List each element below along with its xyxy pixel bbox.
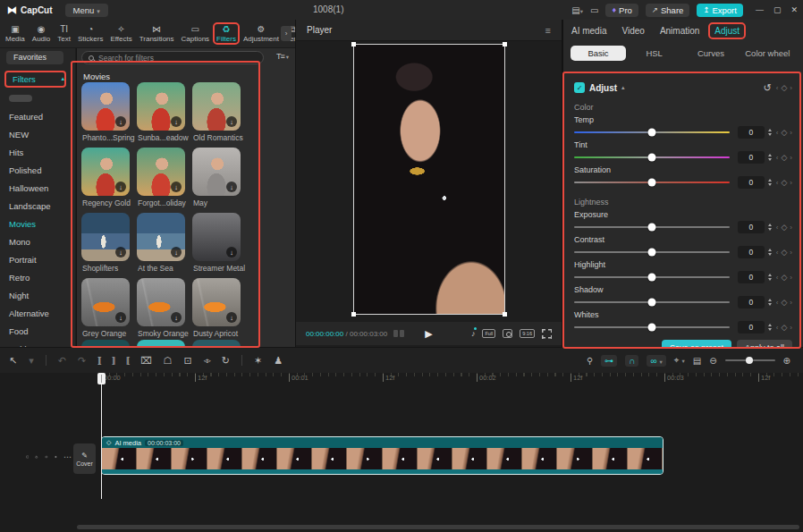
tab-adjust[interactable]: Adjust: [714, 26, 740, 36]
value-input[interactable]: 0: [738, 151, 765, 164]
filter-card[interactable]: Grey Orange: [81, 278, 137, 338]
add-keyframe-icon[interactable]: ◇: [781, 323, 787, 332]
filter-thumbnail[interactable]: [81, 213, 130, 261]
next-keyframe-icon[interactable]: ›: [790, 249, 792, 257]
add-keyframe-icon[interactable]: ◇: [781, 128, 787, 137]
tab-filters[interactable]: ♻ Filters: [213, 23, 240, 44]
prev-keyframe-icon[interactable]: ‹: [776, 274, 779, 282]
prev-keyframe-icon[interactable]: ‹: [776, 324, 779, 332]
filter-card[interactable]: Streamer Metal: [192, 213, 248, 273]
toolbar-divider[interactable]: [241, 355, 242, 366]
zoom-in-icon[interactable]: ⊕: [783, 356, 790, 366]
next-keyframe-icon[interactable]: ›: [790, 179, 792, 187]
download-icon[interactable]: [171, 312, 182, 323]
filter-card[interactable]: At the Sea: [137, 213, 192, 273]
value-input[interactable]: 0: [738, 176, 765, 189]
value-stepper[interactable]: [768, 299, 772, 306]
favorites-button[interactable]: Favorites: [6, 51, 63, 64]
selection-handle[interactable]: [503, 312, 507, 317]
download-icon[interactable]: [226, 247, 237, 258]
filter-thumbnail[interactable]: [137, 82, 185, 131]
close-button[interactable]: ✕: [790, 5, 798, 14]
value-stepper[interactable]: [768, 249, 772, 256]
filter-thumbnail[interactable]: [137, 213, 185, 261]
slider-track[interactable]: [574, 156, 730, 158]
magnetic-snap-icon[interactable]: ∩: [625, 355, 638, 367]
tab-transitions[interactable]: ⋈ Transitions: [136, 23, 178, 44]
add-keyframe-icon[interactable]: ◇: [781, 223, 787, 232]
aspect-ratio-button[interactable]: 9:16: [520, 329, 535, 338]
search-input[interactable]: [98, 54, 257, 63]
mask-icon[interactable]: ☖: [164, 355, 173, 367]
next-keyframe-icon[interactable]: ›: [790, 224, 792, 232]
minimize-button[interactable]: —: [756, 5, 764, 14]
value-stepper[interactable]: [768, 274, 772, 281]
collapse-caret-icon[interactable]: ▴: [621, 84, 625, 91]
magic-tools-icon[interactable]: ✶: [254, 355, 262, 367]
filter-thumbnail[interactable]: [137, 278, 185, 326]
download-icon[interactable]: [226, 312, 237, 323]
slider-thumb[interactable]: [648, 299, 656, 307]
more-tabs-button[interactable]: ›: [281, 26, 292, 41]
crop-icon[interactable]: ⊡: [183, 355, 191, 367]
tab-video[interactable]: Video: [621, 26, 644, 36]
filter-card[interactable]: Sunba...eadow: [137, 82, 192, 142]
value-stepper[interactable]: [768, 324, 772, 331]
slider-track[interactable]: [574, 182, 730, 183]
tab-media[interactable]: ▣ Media: [2, 23, 29, 44]
sort-filter-icon[interactable]: T≡▾: [276, 52, 288, 61]
category-hits[interactable]: Hits: [0, 144, 75, 162]
filter-card[interactable]: Regency Gold: [81, 148, 137, 207]
maximize-button[interactable]: ▢: [773, 5, 782, 14]
value-input[interactable]: 0: [738, 296, 765, 308]
fullscreen-icon[interactable]: [542, 329, 552, 339]
tab-text[interactable]: TI Text: [54, 23, 74, 44]
slider-track[interactable]: [574, 326, 730, 328]
timeline-zoom-slider[interactable]: [725, 355, 775, 366]
filter-thumbnail[interactable]: [192, 148, 241, 196]
add-keyframe-icon[interactable]: ◇: [781, 178, 787, 187]
menu-button[interactable]: Menu▾: [65, 4, 108, 17]
category-portrait[interactable]: Portrait: [0, 251, 75, 269]
slider-track[interactable]: [574, 276, 730, 278]
share-button[interactable]: ↗Share: [646, 4, 689, 17]
playhead[interactable]: [97, 373, 106, 499]
filter-card[interactable]: Forgot...oliday: [137, 148, 192, 207]
selection-handle[interactable]: [351, 42, 356, 46]
subtab-curves[interactable]: Curves: [682, 48, 739, 58]
tab-audio[interactable]: ◉ Audio: [29, 23, 54, 44]
hide-track-icon[interactable]: [45, 452, 48, 461]
download-icon[interactable]: [171, 247, 182, 258]
value-input[interactable]: 0: [738, 321, 765, 334]
select-tool-chevron-icon[interactable]: ▾: [29, 355, 34, 367]
prev-keyframe-icon[interactable]: ‹: [776, 179, 779, 187]
adjust-enabled-checkbox[interactable]: ✓: [574, 82, 585, 93]
reset-icon[interactable]: ↺: [764, 82, 772, 94]
category-halloween[interactable]: Halloween: [0, 180, 75, 198]
filter-thumbnail[interactable]: [81, 148, 130, 196]
next-keyframe-icon[interactable]: ›: [790, 299, 792, 307]
slider-thumb[interactable]: [648, 324, 656, 332]
add-keyframe-icon[interactable]: ◇: [781, 273, 787, 282]
tab-animation[interactable]: Animation: [660, 26, 699, 36]
download-icon[interactable]: [171, 116, 182, 127]
cover-button[interactable]: ✎ Cover: [73, 443, 96, 474]
filter-card[interactable]: Phanto...Spring: [81, 82, 137, 142]
value-stepper[interactable]: [768, 129, 772, 136]
delete-icon[interactable]: ⌧: [140, 355, 152, 367]
delete-left-icon[interactable]: ]|: [112, 356, 114, 365]
rotate-icon[interactable]: ↻: [222, 355, 230, 367]
link-clips-icon[interactable]: ∞: [647, 355, 665, 367]
filter-card-partial[interactable]: [192, 340, 241, 347]
filters-section-header[interactable]: Filters ▴: [6, 71, 69, 87]
category-new[interactable]: NEW: [0, 126, 75, 144]
value-stepper[interactable]: [768, 154, 772, 161]
subtab-hsl[interactable]: HSL: [626, 48, 682, 58]
prev-keyframe-icon[interactable]: ‹: [776, 129, 779, 137]
value-stepper[interactable]: [768, 179, 772, 186]
download-icon[interactable]: [115, 116, 126, 127]
value-input[interactable]: 0: [738, 221, 765, 233]
category-movies[interactable]: Movies: [0, 215, 75, 233]
slider-track[interactable]: [574, 226, 730, 228]
prev-keyframe-icon[interactable]: ‹: [776, 84, 779, 92]
